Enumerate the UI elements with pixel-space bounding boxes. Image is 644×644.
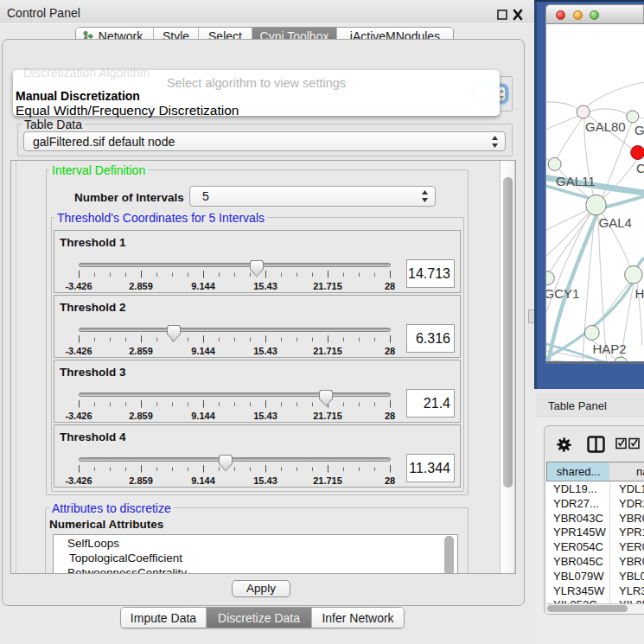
svg-text:GAL11: GAL11: [556, 174, 596, 188]
svg-text:GAL: GAL: [634, 123, 644, 137]
svg-text:CY: CY: [636, 161, 644, 175]
svg-text:GAL4: GAL4: [599, 215, 632, 230]
svg-text:GCY1: GCY1: [546, 286, 579, 301]
svg-text:HAP2: HAP2: [593, 341, 627, 356]
svg-text:HA: HA: [635, 286, 644, 301]
svg-text:GAL80: GAL80: [585, 119, 626, 134]
